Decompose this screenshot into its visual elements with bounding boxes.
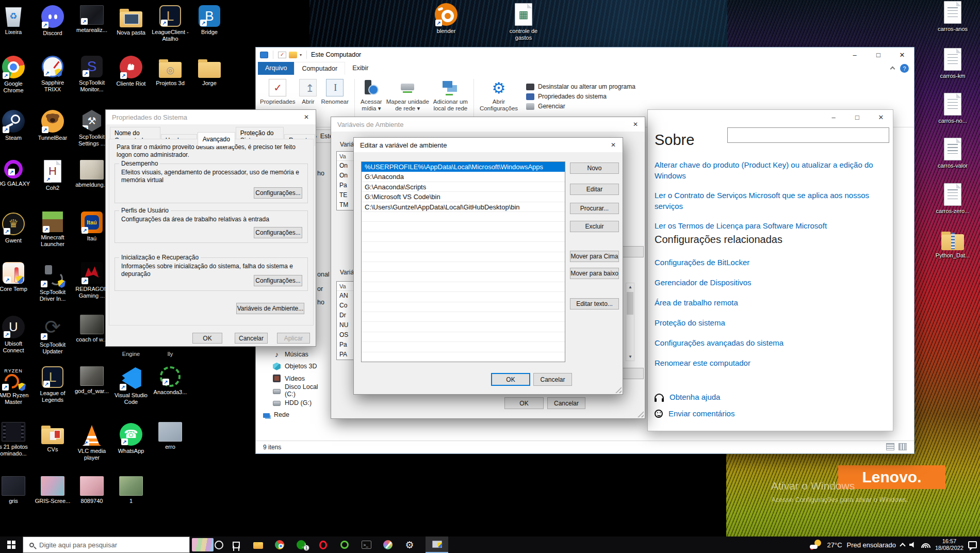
path-list-item[interactable]: C:\Users\Guntzel\AppData\Local\GitHubDes… (362, 202, 565, 212)
nav-item[interactable]: Rede (256, 409, 328, 421)
desktop-icon-carros-valor[interactable]: carros-valor (933, 138, 972, 169)
desktop-icon-amd-ryzen-master[interactable]: RYZEN AMD Ryzen Master (0, 366, 33, 405)
env-var-row[interactable]: Pa (337, 181, 355, 190)
user-variables-list[interactable]: Va OnOnPaTETM (336, 151, 355, 210)
wifi-icon[interactable] (921, 542, 930, 548)
desktop-icon-pilotos-video[interactable]: s 21 pilotos ominado... (0, 422, 33, 457)
desktop-icon-google-chrome[interactable]: Google Chrome (0, 56, 33, 94)
path-list[interactable]: %USERPROFILE%\AppData\Local\Microsoft\Wi… (361, 161, 565, 362)
env-var-row[interactable]: OS (337, 330, 355, 340)
desktop-icon-whatsapp[interactable]: ☎ WhatsApp (111, 422, 151, 454)
properties-button[interactable]: Propriedades (260, 79, 295, 105)
desktop-icon-visual-studio-code[interactable]: Visual Studio Code (111, 366, 151, 405)
desktop-icon-carros-zero[interactable]: carros-zero... (933, 183, 972, 215)
related-settings-link[interactable]: Renomear este computador (655, 358, 783, 368)
desktop-icon-vlc-media-player[interactable]: VLC media player (72, 422, 111, 461)
desktop-icon-scptoolkit-updater[interactable]: ⟳ ScpToolkit Updater (33, 315, 72, 355)
env-var-row[interactable]: On (337, 161, 355, 171)
system-properties-taskbar-icon[interactable] (426, 536, 448, 553)
desktop-icon-discord[interactable]: Discord (33, 5, 72, 37)
nav-item[interactable]: HDD (G:) (256, 397, 328, 409)
cortana-icon[interactable] (213, 536, 225, 553)
ribbon-tab[interactable]: Computador (294, 62, 345, 75)
apply-button[interactable]: Aplicar (277, 333, 310, 344)
thumbnails-view-button[interactable] (899, 443, 907, 450)
desktop-icon-recycle-bin[interactable]: ♻ Lixeira (0, 5, 33, 36)
related-settings-link[interactable]: Gerenciador de Dispositivos (655, 278, 783, 288)
nav-item[interactable]: Disco Local (C:) (256, 385, 328, 397)
maximize-button[interactable]: □ (867, 47, 890, 62)
desktop-icon-ubisoft-connect[interactable]: U Ubisoft Connect (0, 315, 33, 354)
ribbon-tab[interactable]: Arquivo (258, 62, 294, 75)
desktop-icon-projetos-3d[interactable]: ◎ Projetos 3d (151, 56, 190, 87)
close-button[interactable]: ✕ (869, 110, 893, 124)
close-icon[interactable]: ✕ (297, 110, 316, 124)
nav-item[interactable]: Músicas (256, 348, 328, 361)
desktop-icon-jorge[interactable]: Jorge (190, 56, 229, 87)
env-var-row[interactable]: Dr (337, 311, 355, 320)
desktop-icon-tunnelbear[interactable]: TunnelBear (33, 110, 72, 141)
ok-button[interactable]: OK (504, 397, 544, 409)
desktop-icon-gris[interactable]: gris (0, 476, 33, 505)
related-settings-link[interactable]: Configurações avançadas do sistema (655, 338, 783, 348)
env-var-row[interactable]: Pa (337, 340, 355, 350)
close-icon[interactable]: ✕ (604, 138, 623, 152)
desktop-icon-image-8089740[interactable]: 8089740 (72, 476, 111, 505)
list-action-button[interactable]: Procurar... (570, 203, 619, 214)
new-folder-qat-icon[interactable] (289, 52, 297, 58)
desktop-icon-gwent[interactable]: ♛ Gwent (0, 212, 33, 244)
path-list-item[interactable]: G:\Anaconda (362, 172, 565, 182)
settings-link[interactable]: Alterar chave do produto (Product Key) o… (655, 159, 884, 181)
env-var-row[interactable]: AN (337, 291, 355, 301)
green-ring-app-icon[interactable] (338, 536, 351, 553)
list-action-button[interactable]: Editar (570, 184, 619, 195)
desktop-icon-python-dat-folder[interactable]: Python_Dat... (933, 228, 972, 259)
scroll-thumb[interactable] (627, 292, 633, 315)
send-feedback-link[interactable]: Enviar comentários (668, 408, 734, 419)
help-icon[interactable]: ? (900, 64, 909, 73)
button-fragment[interactable] (620, 246, 644, 257)
weather-condition[interactable]: Pred ensolarado (847, 541, 896, 549)
desktop-icon-anaconda3[interactable]: Anaconda3... (151, 366, 190, 396)
weather-icon[interactable] (810, 539, 822, 550)
desktop-icon-bridge[interactable]: B Bridge (190, 5, 229, 36)
resize-grip[interactable] (638, 411, 644, 417)
scroll-up-icon[interactable]: ▲ (628, 285, 632, 289)
settings-link[interactable]: Ler o Contrato de Serviços Microsoft que… (655, 190, 884, 212)
open-button[interactable]: Abrir (299, 79, 317, 105)
desktop-icon-leagueclient-atalho[interactable]: L LeagueClient - Atalho (151, 5, 190, 42)
open-settings-button[interactable]: Abrir Configurações (480, 79, 518, 112)
startup-recovery-settings-button[interactable]: Configurações... (254, 275, 302, 286)
desktop-icon-scptoolkit-driver-installer[interactable]: ScpToolkit Driver In... (33, 262, 72, 302)
related-settings-link[interactable]: Área de trabalho remota (655, 298, 783, 308)
nav-item[interactable]: Vídeos (256, 372, 328, 385)
details-view-button[interactable] (886, 443, 894, 450)
desktop-icon-league-of-legends[interactable]: L League of Legends (33, 366, 72, 403)
map-network-drive-button[interactable]: Mapear unidade de rede ▾ (386, 79, 429, 112)
desktop-icon-sapphire-trixx[interactable]: Sapphire TRIXX (33, 56, 72, 93)
cancel-button[interactable]: Cancelar (235, 333, 268, 344)
settings-link[interactable]: Ler os Termos de Licença para Software M… (655, 220, 884, 231)
desktop-icon-controle-de-gastos[interactable]: ▦ controle de gastos (504, 3, 543, 41)
cancel-button[interactable]: Cancelar (547, 397, 585, 409)
settings-gear-icon[interactable] (403, 536, 416, 553)
environment-variables-button[interactable]: Variáveis de Ambiente... (236, 303, 304, 314)
minimize-button[interactable]: – (843, 47, 867, 62)
show-hidden-icons-chevron[interactable] (900, 543, 905, 548)
task-view-icon[interactable] (230, 536, 242, 553)
close-icon[interactable]: ✕ (626, 117, 645, 132)
get-help-link[interactable]: Obtenha ajuda (669, 392, 720, 402)
dialog-tab[interactable]: Avançado (198, 132, 235, 146)
env-var-row[interactable]: TM (337, 200, 355, 210)
access-media-button[interactable]: Acessar mídia ▾ (361, 79, 382, 112)
add-network-location-button[interactable]: Adicionar um local de rede (433, 79, 468, 112)
env-var-row[interactable]: TE (337, 190, 355, 200)
desktop-icon-erro[interactable]: erro (151, 422, 190, 450)
scroll-down-icon[interactable]: ▼ (628, 354, 632, 359)
clock[interactable]: 16:57 18/08/2022 (935, 538, 963, 551)
desktop-icon-god-of-war[interactable]: god_of_war... (72, 366, 111, 395)
button-fragment[interactable] (620, 368, 644, 379)
desktop-icon-coh2[interactable]: H Coh2 (33, 160, 72, 191)
path-list-item[interactable]: G:\Anaconda\Scripts (362, 182, 565, 192)
opera-icon[interactable] (317, 536, 329, 553)
